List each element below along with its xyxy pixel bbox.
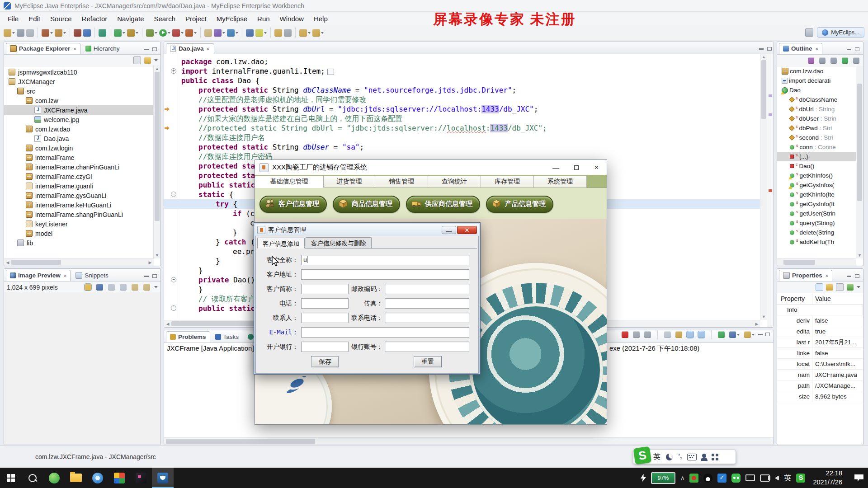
- zoom-in-icon[interactable]: [119, 283, 127, 291]
- outline-item[interactable]: sdelete(String: [777, 228, 863, 237]
- ime-tray-label[interactable]: 英: [784, 474, 791, 483]
- forward-icon[interactable]: [311, 28, 325, 38]
- jxc-tab-4[interactable]: 查询统计: [428, 176, 481, 188]
- package-explorer-icon[interactable]: [54, 28, 67, 38]
- editor-tab-dao-java[interactable]: Dao.java ×: [166, 43, 214, 54]
- menu-run[interactable]: Run: [252, 13, 275, 24]
- hide-fields-icon[interactable]: [818, 56, 826, 65]
- input-fax[interactable]: [385, 298, 469, 309]
- restore-default-icon[interactable]: [836, 283, 844, 291]
- deploy-icon[interactable]: [41, 28, 54, 38]
- last-edit-icon[interactable]: [283, 28, 292, 38]
- property-column-header[interactable]: Property: [777, 293, 812, 304]
- property-row[interactable]: editatrue: [777, 326, 863, 337]
- input-bank-account[interactable]: [385, 342, 469, 352]
- tree-item[interactable]: model: [4, 229, 160, 238]
- menu-help[interactable]: Help: [309, 13, 333, 24]
- property-row[interactable]: last r2017年5月21...: [777, 337, 863, 348]
- new-property-icon[interactable]: [847, 284, 854, 291]
- outline-item[interactable]: s{...}: [777, 152, 863, 161]
- taskbar-app-browser-green[interactable]: [43, 468, 65, 488]
- pe-vscrollbar[interactable]: ▲▼: [153, 66, 160, 258]
- link-with-editor-icon[interactable]: [144, 57, 151, 64]
- minimize-panel-icon[interactable]: [758, 334, 763, 335]
- property-row[interactable]: namJXCFrame.java: [777, 370, 863, 380]
- profile-icon[interactable]: [702, 454, 706, 458]
- minimize-panel-icon[interactable]: [847, 49, 851, 50]
- menu-window[interactable]: Window: [275, 13, 309, 24]
- dialog-titlebar[interactable]: 客户信息管理 ✕: [255, 224, 479, 236]
- power-status-icon[interactable]: [641, 474, 646, 482]
- property-row[interactable]: derivfalse: [777, 315, 863, 326]
- outline-item[interactable]: sgetGysInfos(: [777, 180, 863, 190]
- genuitec-icon[interactable]: [226, 28, 239, 38]
- collapse-all-icon[interactable]: [133, 56, 141, 64]
- volume-tray-icon[interactable]: [775, 475, 779, 481]
- fold-minus-icon[interactable]: −: [171, 192, 176, 197]
- editor-vscrollbar[interactable]: ▲▼: [760, 54, 767, 320]
- close-icon[interactable]: ×: [826, 273, 828, 278]
- remove-launch-icon[interactable]: [632, 330, 641, 339]
- outline-item[interactable]: cDao(): [777, 161, 863, 171]
- fold-minus-icon[interactable]: −: [171, 305, 176, 311]
- tree-item[interactable]: internalFrame.czyGl: [4, 172, 160, 181]
- outline-item[interactable]: sgetKhInfo(Ite: [777, 190, 863, 199]
- tab-package-explorer[interactable]: Package Explorer×: [6, 43, 80, 54]
- outline-item[interactable]: sgetKhInfos(): [777, 171, 863, 180]
- input-contact-phone[interactable]: [385, 313, 469, 323]
- mark-occurrences-icon[interactable]: [255, 28, 268, 38]
- outline-item[interactable]: sgetGysInfo(It: [777, 199, 863, 209]
- actual-size-icon[interactable]: [131, 283, 139, 291]
- minimize-panel-icon[interactable]: [144, 276, 149, 277]
- tray-overflow-chevron[interactable]: ∧: [680, 474, 685, 481]
- terminate-icon[interactable]: [621, 330, 629, 339]
- tree-item[interactable]: internalFrame.gysGuanLi: [4, 191, 160, 200]
- minimize-panel-icon[interactable]: [144, 49, 149, 50]
- close-icon[interactable]: ×: [73, 46, 76, 52]
- view-menu-icon[interactable]: [154, 286, 158, 290]
- fold-plus-icon[interactable]: +: [171, 68, 176, 74]
- outline-item[interactable]: sdbClassName: [777, 95, 863, 104]
- close-button[interactable]: ×: [586, 160, 607, 175]
- pin-console-icon[interactable]: [717, 330, 726, 339]
- tree-item[interactable]: com.lzw: [4, 96, 160, 105]
- tab-outline[interactable]: Outline×: [779, 43, 822, 54]
- ime-mode-label[interactable]: 英: [653, 452, 660, 462]
- property-row[interactable]: locatC:\Users\mfk...: [777, 359, 863, 370]
- menu-search[interactable]: Search: [149, 13, 180, 24]
- jar-icon[interactable]: [73, 28, 82, 38]
- tab-image-preview[interactable]: Image Preview×: [6, 270, 71, 281]
- sogou-logo-icon[interactable]: S: [633, 446, 652, 465]
- menu-edit[interactable]: Edit: [24, 13, 45, 24]
- close-icon[interactable]: ×: [64, 273, 66, 278]
- show-advanced-icon[interactable]: [826, 284, 833, 291]
- wechat-tray-icon[interactable]: [731, 474, 741, 483]
- battery-tray-icon[interactable]: [745, 474, 755, 481]
- outline-hscrollbar[interactable]: [777, 258, 856, 266]
- profile-icon[interactable]: [184, 28, 198, 38]
- clock[interactable]: 22:18 2021/7/26: [813, 469, 842, 487]
- close-icon[interactable]: ×: [207, 46, 209, 52]
- tree-item[interactable]: keyListener: [4, 219, 160, 229]
- back-icon[interactable]: [298, 28, 311, 38]
- show-categories-icon[interactable]: [816, 284, 823, 291]
- button-product-info[interactable]: 产品信息管理: [486, 196, 553, 213]
- perspective-switcher[interactable]: MyEclips...: [817, 27, 864, 38]
- annotation-icon[interactable]: [274, 28, 283, 38]
- grid-icon[interactable]: [203, 28, 213, 38]
- outline-item[interactable]: sdbPwd : Stri: [777, 123, 863, 133]
- maximize-panel-icon[interactable]: [152, 47, 157, 51]
- dialog-close-button[interactable]: ✕: [457, 226, 477, 234]
- value-column-header[interactable]: Value: [812, 295, 831, 302]
- jxc-titlebar[interactable]: XXX陶瓷工厂的进销存管理系统 — ×: [255, 160, 607, 175]
- tab-properties[interactable]: Properties×: [779, 270, 832, 281]
- taskbar-app-java-active[interactable]: [152, 468, 174, 488]
- tree-item[interactable]: src: [4, 86, 160, 96]
- maximize-panel-icon[interactable]: [152, 274, 157, 278]
- overview-ruler[interactable]: [767, 54, 774, 327]
- tab-snippets[interactable]: Snippets: [71, 270, 113, 281]
- outline-item[interactable]: Dao: [777, 85, 863, 95]
- qq-tray-icon[interactable]: [703, 474, 712, 483]
- jxc-tab-6[interactable]: 系统管理: [534, 176, 587, 188]
- sync-tray-icon[interactable]: [717, 474, 726, 483]
